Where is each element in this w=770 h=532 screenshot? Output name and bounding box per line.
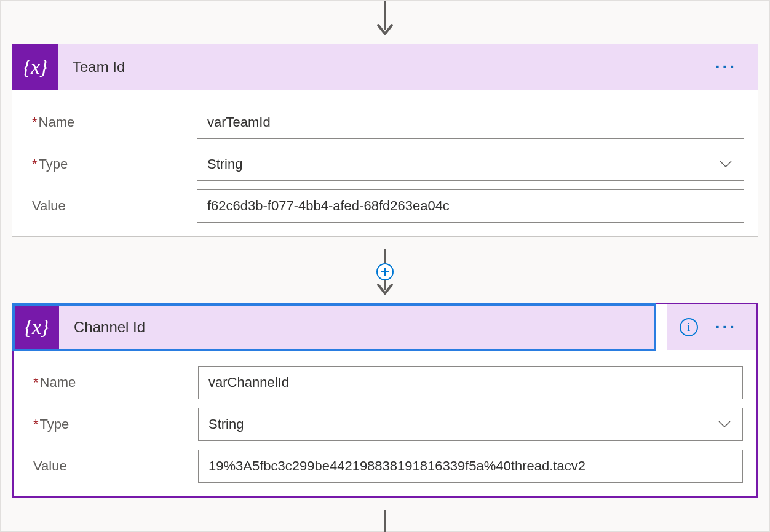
value-input[interactable]: 19%3A5fbc3c299be442198838191816339f5a%40…	[198, 450, 743, 483]
action-card-team-id: {x} Team Id ··· *Name varTeamId *Type St…	[12, 44, 758, 237]
label-name: *Name	[27, 375, 198, 391]
flow-designer-canvas: {x} Team Id ··· *Name varTeamId *Type St…	[0, 0, 770, 532]
chevron-down-icon	[718, 156, 734, 172]
label-name: *Name	[26, 114, 197, 130]
chevron-down-icon	[716, 416, 732, 432]
variable-icon: {x}	[12, 44, 58, 90]
field-row-value: Value f62c6d3b-f077-4bb4-afed-68fd263ea0…	[26, 189, 744, 223]
name-input[interactable]: varTeamId	[197, 106, 744, 139]
value-input[interactable]: f62c6d3b-f077-4bb4-afed-68fd263ea04c	[197, 189, 744, 223]
name-input[interactable]: varChannelId	[198, 366, 743, 399]
card-title-team-id: Team Id	[73, 58, 715, 76]
field-row-type: *Type String	[26, 148, 744, 181]
action-card-channel-id: {x} Channel Id i ··· *Name varChannelId …	[12, 303, 758, 498]
variable-icon: {x}	[14, 304, 59, 350]
variable-glyph: {x}	[23, 55, 47, 79]
card-body-channel-id: *Name varChannelId *Type String Value 19…	[14, 350, 756, 496]
arrow-down-icon	[376, 1, 394, 39]
more-menu-button[interactable]: ···	[715, 63, 737, 70]
label-type: *Type	[26, 156, 197, 172]
arrow-down-icon	[376, 510, 394, 532]
label-value: Value	[27, 458, 198, 474]
plus-icon	[380, 267, 390, 277]
field-row-name: *Name varTeamId	[26, 106, 744, 139]
card-header-channel-id[interactable]: {x} Channel Id	[14, 304, 655, 350]
card-header-actions: i ···	[667, 304, 756, 350]
flow-connector-bottom	[376, 510, 394, 532]
type-select[interactable]: String	[198, 408, 743, 441]
field-row-value: Value 19%3A5fbc3c299be442198838191816339…	[27, 450, 743, 483]
card-header-actions: ···	[715, 63, 758, 70]
card-header-team-id[interactable]: {x} Team Id ···	[12, 44, 758, 90]
card-body-team-id: *Name varTeamId *Type String Value f62c6…	[12, 90, 758, 236]
add-step-button[interactable]	[376, 263, 394, 280]
label-value: Value	[26, 198, 197, 214]
card-title-channel-id: Channel Id	[74, 319, 655, 336]
more-menu-button[interactable]: ···	[715, 324, 737, 330]
info-icon[interactable]: i	[680, 318, 698, 336]
type-select[interactable]: String	[197, 148, 744, 181]
label-type: *Type	[27, 416, 198, 432]
field-row-name: *Name varChannelId	[27, 366, 743, 399]
variable-glyph: {x}	[24, 316, 48, 339]
field-row-type: *Type String	[27, 408, 743, 441]
flow-arrow-top	[376, 1, 394, 39]
